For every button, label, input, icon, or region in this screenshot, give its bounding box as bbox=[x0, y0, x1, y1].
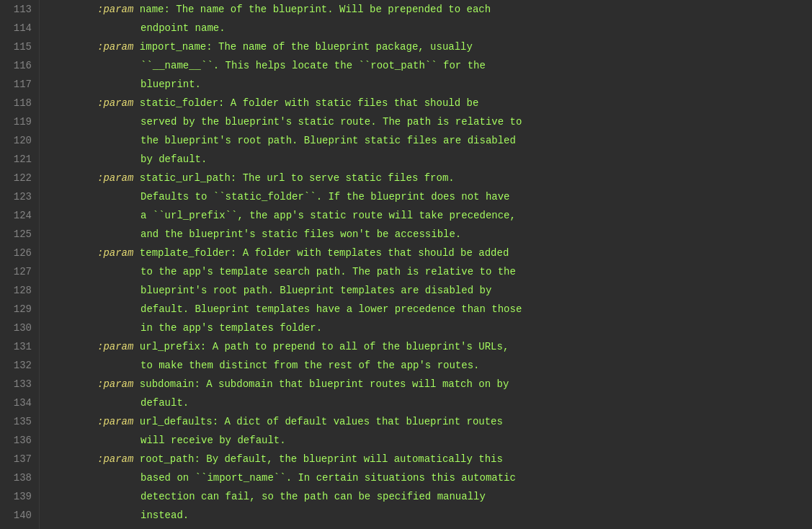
param-tag: :param bbox=[97, 375, 133, 394]
line-number: 115 bbox=[0, 37, 39, 56]
code-text: url_prefix: A path to prepend to all of … bbox=[133, 337, 509, 356]
code-line: the blueprint's root path. Blueprint sta… bbox=[54, 131, 812, 150]
code-text: and the blueprint's static files won't b… bbox=[140, 225, 461, 244]
code-text: to make them distinct from the rest of t… bbox=[140, 356, 479, 375]
code-line: :param subdomain: A subdomain that bluep… bbox=[54, 375, 812, 394]
code-text: based on ``import_name``. In certain sit… bbox=[140, 468, 516, 487]
line-number: 114 bbox=[0, 19, 39, 37]
line-number: 121 bbox=[0, 150, 39, 169]
code-line: :param static_folder: A folder with stat… bbox=[54, 94, 812, 112]
code-line: :param template_folder: A folder with te… bbox=[54, 244, 812, 262]
code-line: served by the blueprint's static route. … bbox=[54, 112, 812, 131]
code-line: to the app's template search path. The p… bbox=[54, 262, 812, 281]
code-line: :param static_url_path: The url to serve… bbox=[54, 169, 812, 187]
code-line: instead. bbox=[54, 506, 812, 525]
line-number: 129 bbox=[0, 300, 39, 319]
code-text: template_folder: A folder with templates… bbox=[133, 244, 509, 262]
code-line: detection can fail, so the path can be s… bbox=[54, 487, 812, 506]
line-number: 120 bbox=[0, 131, 39, 150]
code-text: a ``url_prefix``, the app's static route… bbox=[140, 206, 516, 225]
code-line: :param url_defaults: A dict of default v… bbox=[54, 412, 812, 431]
code-line: in the app's templates folder. bbox=[54, 319, 812, 337]
code-line: to make them distinct from the rest of t… bbox=[54, 356, 812, 375]
line-number: 133 bbox=[0, 375, 39, 394]
line-number: 125 bbox=[0, 225, 39, 244]
param-tag: :param bbox=[97, 94, 133, 112]
code-line: :param root_path: By default, the bluepr… bbox=[54, 450, 812, 468]
line-number: 124 bbox=[0, 206, 39, 225]
line-number: 123 bbox=[0, 187, 39, 206]
code-line: by default. bbox=[54, 150, 812, 169]
param-tag: :param bbox=[97, 337, 133, 356]
code-text: subdomain: A subdomain that blueprint ro… bbox=[133, 375, 509, 394]
code-line: blueprint. bbox=[54, 75, 812, 94]
code-text: served by the blueprint's static route. … bbox=[140, 112, 522, 131]
line-number: 131 bbox=[0, 337, 39, 356]
code-line: default. bbox=[54, 394, 812, 412]
line-number: 122 bbox=[0, 169, 39, 187]
param-tag: :param bbox=[97, 244, 133, 262]
code-text: default. Blueprint templates have a lowe… bbox=[140, 300, 522, 319]
code-line: based on ``import_name``. In certain sit… bbox=[54, 468, 812, 487]
line-number: 119 bbox=[0, 112, 39, 131]
code-line: blueprint's root path. Blueprint templat… bbox=[54, 281, 812, 300]
line-number: 138 bbox=[0, 468, 39, 487]
line-number: 136 bbox=[0, 431, 39, 450]
code-line: :param url_prefix: A path to prepend to … bbox=[54, 337, 812, 356]
param-tag: :param bbox=[97, 37, 133, 56]
code-line: ``__name__``. This helps locate the ``ro… bbox=[54, 56, 812, 75]
line-number: 132 bbox=[0, 356, 39, 375]
code-text: static_folder: A folder with static file… bbox=[133, 94, 478, 112]
code-text: name: The name of the blueprint. Will be… bbox=[133, 0, 491, 19]
code-text: will receive by default. bbox=[140, 431, 286, 450]
code-line: :param import_name: The name of the blue… bbox=[54, 37, 812, 56]
code-text: the blueprint's root path. Blueprint sta… bbox=[140, 131, 516, 150]
code-text: in the app's templates folder. bbox=[140, 319, 322, 337]
code-line: a ``url_prefix``, the app's static route… bbox=[54, 206, 812, 225]
code-line: will receive by default. bbox=[54, 431, 812, 450]
code-editor: 1131141151161171181191201211221231241251… bbox=[0, 0, 812, 529]
code-text: detection can fail, so the path can be s… bbox=[140, 487, 486, 506]
line-number: 128 bbox=[0, 281, 39, 300]
code-content-area: :param name: The name of the blueprint. … bbox=[40, 0, 812, 529]
param-tag: :param bbox=[97, 169, 133, 187]
param-tag: :param bbox=[97, 412, 133, 431]
line-number: 127 bbox=[0, 262, 39, 281]
code-text: blueprint. bbox=[140, 75, 201, 94]
param-tag: :param bbox=[97, 450, 133, 468]
code-text: root_path: By default, the blueprint wil… bbox=[133, 450, 502, 468]
code-line: default. Blueprint templates have a lowe… bbox=[54, 300, 812, 319]
line-number: 118 bbox=[0, 94, 39, 112]
line-number: 126 bbox=[0, 244, 39, 262]
line-number: 139 bbox=[0, 487, 39, 506]
code-line: Defaults to ``static_folder``. If the bl… bbox=[54, 187, 812, 206]
code-text: import_name: The name of the blueprint p… bbox=[133, 37, 472, 56]
code-text: ``__name__``. This helps locate the ``ro… bbox=[140, 56, 486, 75]
line-number: 117 bbox=[0, 75, 39, 94]
line-number-gutter: 1131141151161171181191201211221231241251… bbox=[0, 0, 40, 529]
code-text: default. bbox=[140, 394, 189, 412]
code-text: Defaults to ``static_folder``. If the bl… bbox=[140, 187, 509, 206]
line-number: 135 bbox=[0, 412, 39, 431]
line-number: 113 bbox=[0, 0, 39, 19]
code-text: static_url_path: The url to serve static… bbox=[133, 169, 454, 187]
line-number: 140 bbox=[0, 506, 39, 525]
code-text: by default. bbox=[140, 150, 207, 169]
param-tag: :param bbox=[97, 0, 133, 19]
code-line: endpoint name. bbox=[54, 19, 812, 37]
line-number: 116 bbox=[0, 56, 39, 75]
code-text: instead. bbox=[140, 506, 189, 525]
code-line: and the blueprint's static files won't b… bbox=[54, 225, 812, 244]
line-number: 137 bbox=[0, 450, 39, 468]
code-line: :param name: The name of the blueprint. … bbox=[54, 0, 812, 19]
code-text: blueprint's root path. Blueprint templat… bbox=[140, 281, 491, 300]
line-number: 130 bbox=[0, 319, 39, 337]
code-text: url_defaults: A dict of default values t… bbox=[133, 412, 502, 431]
code-text: endpoint name. bbox=[140, 19, 226, 37]
line-number: 134 bbox=[0, 394, 39, 412]
code-text: to the app's template search path. The p… bbox=[140, 262, 516, 281]
